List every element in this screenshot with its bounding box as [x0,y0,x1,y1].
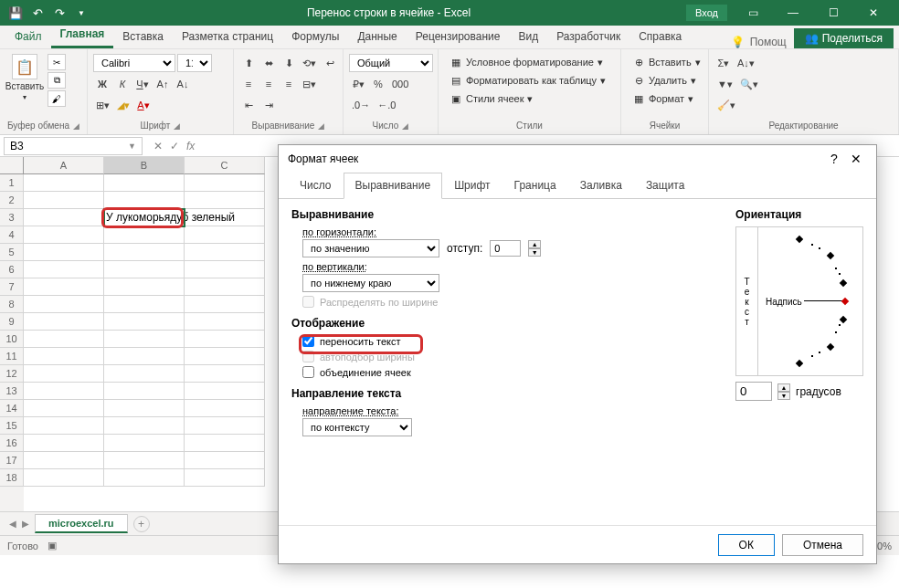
row-header-2[interactable]: 2 [0,192,24,209]
font-size-select[interactable]: 11 [177,54,212,72]
col-header-B[interactable]: B [104,157,185,174]
cell-A16[interactable] [24,435,104,452]
cell-B4[interactable] [104,226,185,244]
cell-B17[interactable] [104,452,185,469]
col-header-A[interactable]: A [24,157,104,174]
align-left-icon[interactable]: ≡ [239,75,258,93]
indent-input[interactable] [490,240,521,257]
cell-B7[interactable] [104,278,185,296]
save-icon[interactable]: 💾 [5,3,26,23]
cell-B9[interactable] [104,313,185,331]
number-launcher-icon[interactable]: ◢ [402,121,408,131]
cell-C6[interactable] [185,261,265,278]
border-button[interactable]: ⊞▾ [93,96,112,114]
sort-filter-icon[interactable]: A↓▾ [735,54,757,72]
comma-icon[interactable]: 000 [389,75,411,93]
cell-C8[interactable] [185,296,265,313]
undo-icon[interactable]: ↶ [27,3,48,23]
sheet-tab-active[interactable]: microexcel.ru [35,514,128,533]
name-box[interactable]: B3▼ [4,137,143,155]
cell-C11[interactable] [185,348,265,365]
cell-styles-button[interactable]: ▣Стили ячеек▾ [444,90,611,107]
sheet-nav-prev-icon[interactable]: ◀ [9,519,16,529]
merge-checkbox[interactable] [302,366,314,378]
tab-insert[interactable]: Вставка [113,26,173,48]
dtab-protection[interactable]: Защита [634,173,697,198]
decimal-dec-icon[interactable]: ←.0 [375,96,398,114]
cell-A10[interactable] [24,331,104,348]
cell-B1[interactable] [104,174,185,192]
align-top-icon[interactable]: ⬆ [239,54,258,72]
orientation-control[interactable]: Текст Надпись [735,226,863,376]
tab-developer[interactable]: Разработчик [547,26,629,48]
tab-page-layout[interactable]: Разметка страниц [173,26,282,48]
select-all-corner[interactable] [0,157,24,174]
cell-C14[interactable] [185,400,265,417]
fx-icon[interactable]: fx [186,140,195,152]
align-middle-icon[interactable]: ⬌ [259,54,278,72]
cell-A11[interactable] [24,348,104,365]
ok-button[interactable]: ОК [718,534,775,556]
ribbon-options-icon[interactable]: ▭ [733,0,773,26]
tab-review[interactable]: Рецензирование [407,26,510,48]
textdir-select[interactable]: по контексту [302,418,412,436]
cell-C2[interactable] [185,192,265,209]
row-header-17[interactable]: 17 [0,452,24,469]
cut-icon[interactable]: ✂ [48,54,66,70]
login-button[interactable]: Вход [686,5,727,21]
cell-A12[interactable] [24,365,104,383]
align-right-icon[interactable]: ≡ [280,75,298,93]
dialog-close-icon[interactable]: ✕ [845,152,867,166]
font-name-select[interactable]: Calibri [93,54,175,72]
cell-A2[interactable] [24,192,104,209]
cell-B12[interactable] [104,365,185,383]
cell-B16[interactable] [104,435,185,452]
sheet-nav-next-icon[interactable]: ▶ [22,519,29,529]
row-header-4[interactable]: 4 [0,226,24,244]
dtab-alignment[interactable]: Выравнивание [344,173,443,199]
font-grow-icon[interactable]: A↑ [153,75,172,93]
row-header-11[interactable]: 11 [0,348,24,365]
percent-icon[interactable]: % [369,75,387,93]
row-header-10[interactable]: 10 [0,331,24,348]
row-header-18[interactable]: 18 [0,469,24,487]
cell-B11[interactable] [104,348,185,365]
tab-help[interactable]: Справка [629,26,691,48]
row-header-5[interactable]: 5 [0,244,24,261]
tab-formulas[interactable]: Формулы [282,26,348,48]
cell-A18[interactable] [24,469,104,487]
row-header-6[interactable]: 6 [0,261,24,278]
row-header-14[interactable]: 14 [0,400,24,417]
cell-C18[interactable] [185,469,265,487]
wrap-text-checkbox[interactable] [302,335,314,347]
deg-up-icon[interactable]: ▲ [777,383,790,392]
cell-A17[interactable] [24,452,104,469]
align-launcher-icon[interactable]: ◢ [318,121,324,131]
cell-B15[interactable] [104,417,185,435]
cell-C15[interactable] [185,417,265,435]
clipboard-launcher-icon[interactable]: ◢ [73,121,79,131]
tell-me[interactable]: 💡Помощ [724,36,794,48]
cell-A1[interactable] [24,174,104,192]
wrap-text-icon[interactable]: ↩ [321,54,339,72]
cell-A13[interactable] [24,383,104,400]
cell-B5[interactable] [104,244,185,261]
dtab-number[interactable]: Число [288,173,344,198]
align-center-icon[interactable]: ≡ [259,75,278,93]
cell-C17[interactable] [185,452,265,469]
align-bottom-icon[interactable]: ⬇ [280,54,298,72]
row-header-15[interactable]: 15 [0,417,24,435]
dialog-help-icon[interactable]: ? [823,152,845,166]
cancel-button[interactable]: Отмена [782,534,863,556]
cell-A15[interactable] [24,417,104,435]
tab-data[interactable]: Данные [348,26,406,48]
add-sheet-icon[interactable]: + [133,516,150,532]
indent-down-icon[interactable]: ▼ [528,248,541,257]
font-shrink-icon[interactable]: A↓ [174,75,192,93]
delete-cells-button[interactable]: ⊖Удалить▾ [627,72,706,89]
cell-C5[interactable] [185,244,265,261]
orient-vertical-text[interactable]: Текст [736,227,758,375]
copy-icon[interactable]: ⧉ [48,72,66,89]
tab-file[interactable]: Файл [5,26,51,48]
dtab-border[interactable]: Граница [502,173,568,198]
